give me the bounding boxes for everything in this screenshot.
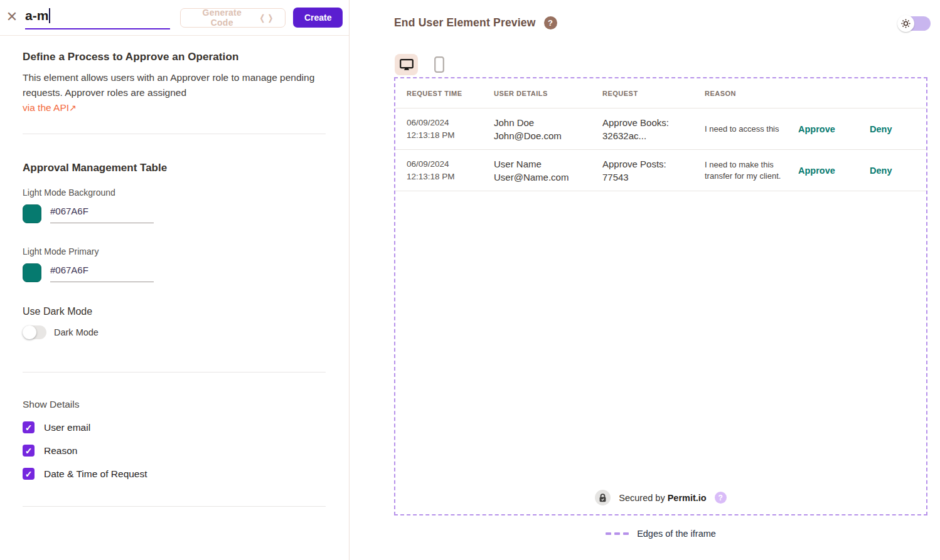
primary-color-field: #067A6F — [23, 263, 326, 282]
primary-color-value: #067A6F — [50, 265, 88, 275]
reason-cell: I need to access this — [705, 124, 781, 135]
approve-button[interactable]: Approve — [798, 124, 835, 134]
config-panel: ✕ a-m Generate Code ❬❭ Create Define a P… — [0, 0, 350, 560]
table-row: 06/09/2024 12:13:18 PM John Doe John@Doe… — [395, 108, 926, 150]
create-button[interactable]: Create — [293, 8, 343, 28]
section-divider — [23, 506, 326, 507]
mobile-phone-icon — [434, 56, 444, 73]
element-name-value: a-m — [25, 8, 48, 23]
desktop-view-button[interactable] — [395, 54, 418, 75]
secured-by-text: Secured by Permit.io — [619, 493, 706, 503]
reason-label: Reason — [44, 445, 77, 457]
section-divider — [23, 134, 326, 134]
mobile-view-button[interactable] — [427, 54, 451, 75]
toggle-thumb — [23, 325, 36, 339]
legend-label: Edges of the iframe — [637, 529, 716, 539]
col-user-details: USER DETAILS — [494, 90, 602, 97]
preview-theme-toggle[interactable] — [898, 16, 931, 31]
background-color-input[interactable]: #067A6F — [50, 204, 154, 223]
background-color-field: #067A6F — [23, 204, 326, 223]
check-icon: ✓ — [25, 469, 33, 479]
background-color-value: #067A6F — [50, 206, 88, 216]
primary-color-swatch[interactable] — [23, 263, 41, 282]
intro-body: This element allows users with an Approv… — [23, 72, 314, 98]
element-name-input[interactable]: a-m — [25, 6, 170, 29]
approval-table-header: REQUEST TIME USER DETAILS REQUEST REASON — [395, 78, 926, 108]
deny-button[interactable]: Deny — [870, 166, 892, 176]
dashed-line-icon — [606, 532, 629, 535]
reason-cell: I need to make this transfer for my clie… — [705, 159, 781, 182]
checkbox-row-reason: ✓ Reason — [23, 445, 326, 457]
approve-cell: Approve — [798, 122, 861, 136]
user-details-cell: John Doe John@Doe.com — [494, 116, 602, 142]
approve-button[interactable]: Approve — [798, 166, 835, 176]
reason-checkbox[interactable]: ✓ — [23, 445, 35, 457]
preview-title: End User Element Preview — [394, 16, 536, 29]
checkbox-row-user-email: ✓ User email — [23, 421, 326, 433]
lock-badge — [595, 490, 611, 505]
check-icon: ✓ — [25, 446, 33, 456]
code-brackets-icon: ❬❭ — [259, 13, 275, 23]
secured-footer: Secured by Permit.io ? — [395, 490, 926, 505]
desktop-monitor-icon — [400, 59, 414, 71]
sun-icon — [901, 19, 911, 28]
user-email-checkbox[interactable]: ✓ — [23, 421, 35, 433]
dark-mode-toggle[interactable] — [23, 325, 46, 339]
user-email-label: User email — [44, 422, 90, 433]
preview-panel: End User Element Preview ? — [350, 0, 940, 560]
section-divider — [23, 372, 326, 372]
theme-toggle-thumb — [897, 15, 914, 32]
secured-help-icon[interactable]: ? — [715, 492, 727, 504]
col-reason: REASON — [705, 90, 798, 97]
table-config-heading: Approval Management Table — [23, 162, 326, 174]
primary-color-input[interactable]: #067A6F — [50, 263, 154, 282]
api-docs-link[interactable]: via the API↗ — [23, 102, 77, 113]
deny-cell: Deny — [861, 122, 926, 136]
background-color-swatch[interactable] — [23, 204, 41, 223]
checkbox-row-date-time: ✓ Date & Time of Request — [23, 468, 326, 480]
generate-code-label: Generate Code — [191, 8, 254, 28]
dark-mode-toggle-row: Dark Mode — [23, 325, 326, 339]
deny-cell: Deny — [861, 164, 926, 177]
check-icon: ✓ — [25, 423, 33, 433]
config-topbar: ✕ a-m Generate Code ❬❭ Create — [0, 0, 349, 36]
element-iframe-preview: REQUEST TIME USER DETAILS REQUEST REASON… — [394, 77, 927, 515]
request-time-cell: 06/09/2024 12:13:18 PM — [395, 158, 494, 183]
external-link-icon: ↗ — [69, 103, 77, 113]
close-icon[interactable]: ✕ — [5, 11, 19, 24]
date-time-label: Date & Time of Request — [44, 468, 147, 480]
request-cell: Approve Posts: 77543 — [602, 157, 705, 184]
date-time-checkbox[interactable]: ✓ — [23, 468, 35, 480]
lock-icon — [599, 494, 607, 502]
permit-brand: Permit.io — [668, 493, 707, 503]
config-content: Define a Process to Approve an Operation… — [0, 36, 349, 507]
light-mode-primary-label: Light Mode Primary — [23, 246, 326, 256]
text-caret — [49, 8, 50, 23]
intro-heading: Define a Process to Approve an Operation — [23, 51, 326, 63]
device-toggle-group — [395, 54, 451, 75]
deny-button[interactable]: Deny — [870, 124, 892, 134]
table-row: 06/09/2024 12:13:18 PM User Name User@Na… — [395, 150, 926, 191]
show-details-heading: Show Details — [23, 399, 326, 410]
iframe-legend: Edges of the iframe — [394, 529, 927, 539]
request-cell: Approve Books: 32632ac... — [602, 116, 705, 142]
preview-help-icon[interactable]: ? — [544, 16, 557, 29]
intro-description: This element allows users with an Approv… — [23, 70, 326, 115]
use-dark-mode-heading: Use Dark Mode — [23, 306, 326, 317]
user-details-cell: User Name User@Name.com — [494, 157, 602, 184]
request-time-cell: 06/09/2024 12:13:18 PM — [395, 117, 494, 142]
col-request: REQUEST — [602, 90, 705, 97]
col-request-time: REQUEST TIME — [395, 90, 494, 97]
light-mode-background-label: Light Mode Background — [23, 188, 326, 198]
preview-header: End User Element Preview ? — [394, 16, 557, 29]
generate-code-button[interactable]: Generate Code ❬❭ — [180, 8, 286, 28]
approve-cell: Approve — [798, 164, 861, 177]
approval-table: REQUEST TIME USER DETAILS REQUEST REASON… — [395, 78, 926, 191]
app-window: ✕ a-m Generate Code ❬❭ Create Define a P… — [0, 0, 940, 560]
dark-mode-toggle-label: Dark Mode — [54, 327, 99, 337]
